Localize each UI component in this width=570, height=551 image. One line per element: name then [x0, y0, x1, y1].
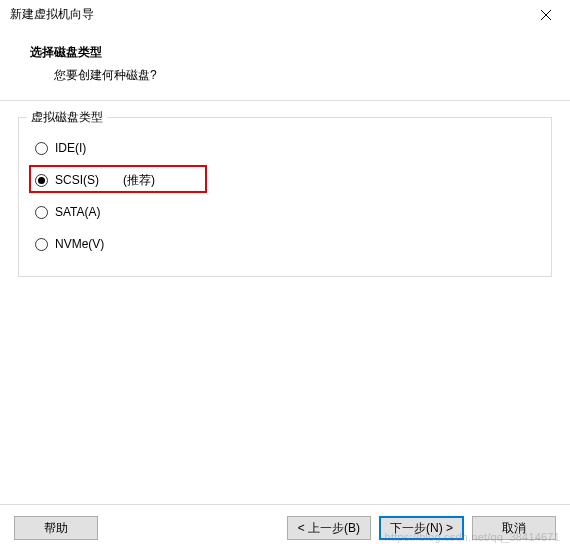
close-button[interactable]	[523, 1, 568, 29]
radio-label: SCSI(S)	[55, 173, 99, 187]
content-area: 虚拟磁盘类型 IDE(I) SCSI(S) (推荐) SATA(A) NVMe(…	[0, 101, 570, 293]
next-button[interactable]: 下一步(N) >	[379, 516, 464, 540]
page-title: 选择磁盘类型	[30, 44, 550, 61]
radio-hint: (推荐)	[123, 172, 155, 189]
radio-icon	[35, 238, 48, 251]
radio-icon	[35, 174, 48, 187]
page-subtitle: 您要创建何种磁盘?	[30, 67, 550, 84]
close-icon	[541, 10, 551, 20]
disk-type-group: 虚拟磁盘类型 IDE(I) SCSI(S) (推荐) SATA(A) NVMe(…	[18, 117, 552, 277]
cancel-button[interactable]: 取消	[472, 516, 556, 540]
radio-icon	[35, 142, 48, 155]
titlebar: 新建虚拟机向导	[0, 0, 570, 30]
radio-scsi[interactable]: SCSI(S) (推荐)	[33, 166, 537, 194]
radio-label: SATA(A)	[55, 205, 101, 219]
help-button[interactable]: 帮助	[14, 516, 98, 540]
radio-icon	[35, 206, 48, 219]
wizard-header: 选择磁盘类型 您要创建何种磁盘?	[0, 30, 570, 100]
radio-sata[interactable]: SATA(A)	[33, 198, 537, 226]
radio-label: NVMe(V)	[55, 237, 104, 251]
radio-nvme[interactable]: NVMe(V)	[33, 230, 537, 258]
group-legend: 虚拟磁盘类型	[27, 109, 107, 126]
back-button[interactable]: < 上一步(B)	[287, 516, 371, 540]
wizard-footer: 帮助 < 上一步(B) 下一步(N) > 取消	[0, 504, 570, 551]
radio-ide[interactable]: IDE(I)	[33, 134, 537, 162]
window-title: 新建虚拟机向导	[10, 6, 523, 23]
radio-label: IDE(I)	[55, 141, 86, 155]
